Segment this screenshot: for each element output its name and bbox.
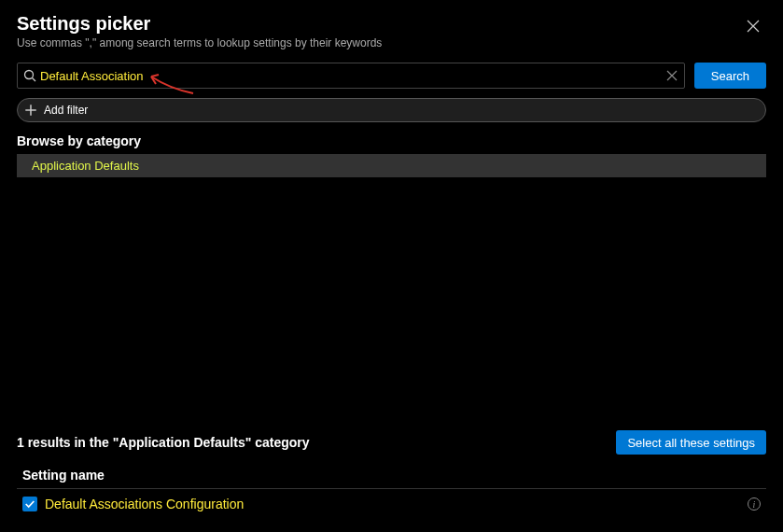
results-summary: 1 results in the "Application Defaults" … [17,435,310,450]
clear-search-icon[interactable] [665,69,678,82]
result-row[interactable]: Default Associations Configuration i [17,488,766,519]
close-icon [747,20,760,33]
info-icon[interactable]: i [748,497,761,511]
check-icon [24,498,35,510]
search-box[interactable] [17,63,685,89]
search-input[interactable] [40,69,665,83]
add-filter-button[interactable]: Add filter [17,98,766,122]
column-header-setting-name: Setting name [17,462,766,488]
result-name: Default Associations Configuration [45,497,244,511]
page-title: Settings picker [17,13,382,35]
svg-point-0 [25,71,34,79]
category-row[interactable]: Application Defaults [17,154,766,177]
page-subtitle: Use commas "," among search terms to loo… [17,36,382,49]
search-icon [23,69,36,82]
select-all-button[interactable]: Select all these settings [616,430,766,455]
browse-section-label: Browse by category [17,133,766,148]
category-item-application-defaults[interactable]: Application Defaults [26,158,145,174]
add-filter-label: Add filter [44,104,88,117]
close-button[interactable] [740,13,766,39]
result-checkbox[interactable] [22,497,37,511]
plus-icon [23,103,38,118]
search-button[interactable]: Search [694,63,766,89]
